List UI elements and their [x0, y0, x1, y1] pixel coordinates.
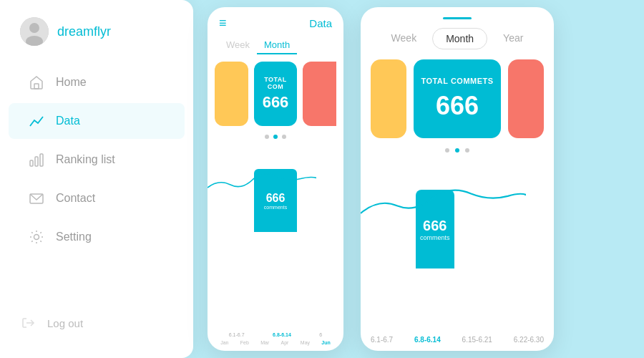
bar-3-left: [301, 214, 336, 232]
svg-rect-5: [35, 157, 38, 166]
svg-point-8: [34, 235, 39, 240]
sidebar-item-setting[interactable]: Setting: [9, 219, 185, 255]
bar-1-left: [215, 207, 250, 232]
card-red-right: [508, 59, 544, 138]
sidebar: dreamflyr Home Data: [0, 0, 193, 358]
setting-label: Setting: [56, 231, 92, 243]
dot-2-right: [455, 148, 459, 153]
card-yellow-right: [371, 59, 406, 138]
svg-rect-3: [34, 84, 39, 89]
card-value-right: 666: [436, 91, 479, 121]
cards-row-right: TOTAL COMMETS 666: [361, 59, 554, 148]
dot-2-left: [273, 135, 278, 139]
tab-week-left[interactable]: Week: [219, 37, 257, 54]
phone-panel-right: Week Month Year TOTAL COMMETS 666 666 co…: [361, 7, 554, 351]
sidebar-profile: dreamflyr: [0, 17, 193, 63]
home-icon: [29, 74, 44, 90]
home-label: Home: [56, 76, 87, 89]
card-yellow-left: [215, 62, 248, 126]
card-value-left: 666: [263, 93, 289, 112]
card-cyan-right: TOTAL COMMETS 666: [414, 59, 501, 138]
svg-rect-4: [30, 160, 33, 166]
month-labels-left: Jan Feb Mar Apr May Jun: [208, 337, 343, 351]
data-tab-label: Data: [309, 17, 332, 29]
bar-3-right: [460, 240, 499, 268]
sidebar-item-ranking[interactable]: Ranking list: [9, 142, 185, 178]
bar-4-right: [505, 248, 545, 268]
dot-3-left: [282, 135, 286, 139]
logout-icon: [20, 315, 36, 331]
dots-left: [208, 135, 343, 139]
dot-3-right: [465, 148, 469, 153]
sidebar-item-contact[interactable]: Contact: [9, 180, 185, 216]
tab-year-right[interactable]: Year: [490, 28, 536, 49]
svg-point-1: [29, 23, 39, 33]
chart-area-right: 666 comments: [361, 161, 554, 332]
dot-1-right: [445, 148, 449, 153]
bar-1-right: [371, 241, 410, 268]
x-labels-left: 6.1-6.7 6.8-6.14 6: [208, 329, 343, 337]
contact-label: Contact: [56, 192, 95, 205]
chart-bars-left: 666 comments: [215, 146, 336, 232]
tab-week-right[interactable]: Week: [379, 28, 430, 49]
card-title-right: TOTAL COMMETS: [421, 77, 493, 85]
bar-2-right: 666 comments: [416, 190, 455, 268]
card-title-left: TOTAL COM: [258, 76, 293, 90]
sidebar-item-data[interactable]: Data: [9, 103, 185, 139]
phone-header-left: ≡ Data: [208, 7, 343, 37]
bar-2-left: 666 comments: [254, 169, 296, 232]
cards-row-left: TOTAL COM 666: [208, 62, 343, 135]
dots-right: [361, 148, 554, 153]
logout-item[interactable]: Log out: [0, 305, 193, 341]
card-red-left: [303, 62, 336, 126]
data-label: Data: [56, 115, 80, 127]
chart-area-left: 666 comments: [208, 146, 343, 329]
dot-1-left: [265, 135, 269, 139]
logout-label: Log out: [47, 317, 83, 329]
gear-icon: [29, 229, 44, 245]
chart-icon: [29, 113, 44, 129]
ranking-label: Ranking list: [56, 153, 115, 166]
svg-rect-6: [40, 154, 43, 166]
tab-row-right: Week Month Year: [361, 19, 554, 59]
chart-bars-right: 666 comments: [371, 161, 544, 268]
sidebar-item-home[interactable]: Home: [9, 64, 185, 100]
sidebar-nav: Home Data Ranking list: [0, 63, 193, 305]
mail-icon: [29, 190, 44, 206]
avatar: [20, 17, 49, 46]
bar-icon: [29, 152, 44, 168]
profile-name: dreamflyr: [57, 24, 111, 39]
card-cyan-left: TOTAL COM 666: [254, 62, 297, 126]
menu-icon-left[interactable]: ≡: [219, 16, 227, 31]
tab-month-left[interactable]: Month: [257, 37, 297, 54]
phone-panel-left: ≡ Data Week Month TOTAL COM 666 666 comm…: [208, 7, 343, 351]
tab-row-left: Week Month: [208, 37, 343, 62]
tab-month-right[interactable]: Month: [432, 28, 487, 49]
x-labels-right: 6.1-6.7 6.8-6.14 6.15-6.21 6.22-6.30: [361, 332, 554, 351]
